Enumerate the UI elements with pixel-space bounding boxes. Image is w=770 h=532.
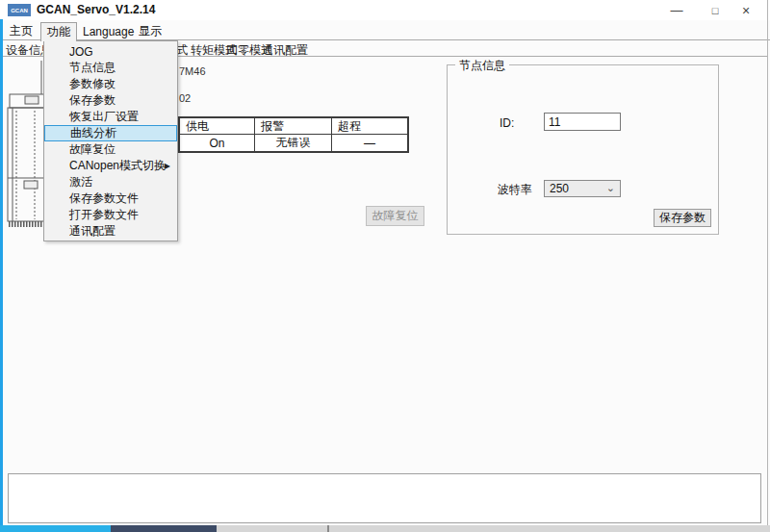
menu-bar: 主页 功能 Language 显示 xyxy=(0,20,770,40)
window-title: GCAN_Servo_V1.2.14 xyxy=(37,3,155,16)
value-power: On xyxy=(180,135,255,151)
menu-item-activate[interactable]: 激活 xyxy=(44,174,177,190)
device-model-fragment: 7M46 xyxy=(179,65,206,77)
node-info-group-title: 节点信息 xyxy=(455,58,509,74)
submenu-arrow-icon: ▶ xyxy=(165,162,170,170)
menu-item-label: CANopen模式切换 xyxy=(69,158,166,174)
baudrate-select[interactable]: 250 ⌄ xyxy=(544,180,621,197)
menu-item-fault-reset[interactable]: 故障复位 xyxy=(44,141,177,158)
maximize-icon: □ xyxy=(712,5,719,16)
menu-item-save-params[interactable]: 保存参数 xyxy=(44,92,177,109)
title-bar: GCAN GCAN_Servo_V1.2.14 — □ × xyxy=(0,0,770,20)
fault-reset-button[interactable]: 故障复位 xyxy=(366,206,424,226)
menu-item-factory-reset[interactable]: 恢复出厂设置 xyxy=(44,109,177,125)
menu-item-save-param-file[interactable]: 保存参数文件 xyxy=(44,190,177,207)
minimize-icon: — xyxy=(671,3,683,17)
header-overtravel: 超程 xyxy=(332,118,407,135)
menu-item-param-edit[interactable]: 参数修改 xyxy=(44,76,177,92)
device-version-fragment: 02 xyxy=(179,92,191,104)
app-window: GCAN GCAN_Servo_V1.2.14 — □ × 主页 功能 Lang… xyxy=(0,0,770,532)
header-alarm: 报警 xyxy=(255,118,332,135)
taskbar-divider xyxy=(327,525,329,532)
value-alarm: 无错误 xyxy=(255,135,332,151)
status-table: 供电 报警 超程 On 无错误 — xyxy=(178,116,409,153)
status-table-value-row: On 无错误 — xyxy=(180,135,407,151)
log-output-box xyxy=(8,473,761,523)
node-id-input[interactable] xyxy=(544,113,621,131)
menu-item-comm-config[interactable]: 通讯配置 xyxy=(44,223,177,240)
id-label: ID: xyxy=(500,116,514,130)
maximize-button[interactable]: □ xyxy=(701,2,730,18)
header-power: 供电 xyxy=(180,118,255,135)
taskbar-segment-cyan xyxy=(0,525,111,532)
node-info-group: 节点信息 ID: 波特率 250 ⌄ 保存参数 xyxy=(447,64,719,235)
menubar-item-function[interactable]: 功能 xyxy=(40,22,77,41)
baudrate-label: 波特率 xyxy=(498,182,532,198)
app-icon: GCAN xyxy=(8,4,31,16)
status-table-header-row: 供电 报警 超程 xyxy=(180,118,407,135)
taskbar-strip xyxy=(0,525,770,532)
menu-item-node-info[interactable]: 节点信息 xyxy=(44,60,177,76)
menu-item-open-param-file[interactable]: 打开参数文件 xyxy=(44,207,177,223)
menu-item-curve-analysis[interactable]: 曲线分析 xyxy=(44,125,177,141)
menu-item-canopen-mode-switch[interactable]: CANopen模式切换 ▶ xyxy=(44,158,177,174)
taskbar-segment-dark xyxy=(111,525,217,532)
value-overtravel: — xyxy=(332,135,407,151)
chevron-down-icon: ⌄ xyxy=(606,182,615,194)
menubar-item-home[interactable]: 主页 xyxy=(4,22,38,40)
function-menu-dropdown: JOG 节点信息 参数修改 保存参数 恢复出厂设置 曲线分析 故障复位 CANo… xyxy=(43,40,178,241)
close-icon: × xyxy=(742,3,750,18)
menubar-item-display[interactable]: 显示 xyxy=(133,22,167,40)
close-button[interactable]: × xyxy=(732,2,760,18)
window-left-edge xyxy=(0,19,3,526)
minimize-button[interactable]: — xyxy=(662,2,691,18)
menubar-item-language[interactable]: Language xyxy=(77,22,140,40)
window-right-border xyxy=(767,0,768,525)
save-params-button[interactable]: 保存参数 xyxy=(654,209,711,227)
baudrate-value: 250 xyxy=(550,182,569,195)
tab-comm-config[interactable]: 通讯配置 xyxy=(262,42,308,59)
menu-item-jog[interactable]: JOG xyxy=(44,43,177,60)
